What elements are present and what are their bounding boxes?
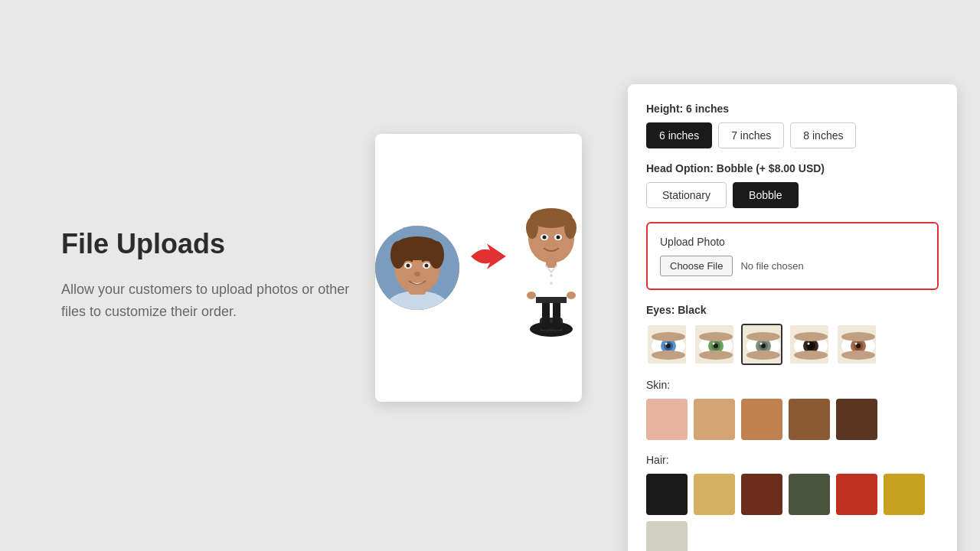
svg-point-73 bbox=[855, 343, 858, 345]
height-8-button[interactable]: 8 inches bbox=[790, 122, 856, 148]
skin-swatch-1[interactable] bbox=[646, 399, 688, 440]
product-card bbox=[375, 134, 582, 402]
skin-swatch-4[interactable] bbox=[789, 399, 830, 440]
svg-point-18 bbox=[550, 322, 564, 330]
svg-point-34 bbox=[550, 274, 553, 277]
no-file-text: No file chosen bbox=[740, 260, 803, 272]
height-button-group: 6 inches 7 inches 8 inches bbox=[646, 122, 939, 148]
hair-swatch-red[interactable] bbox=[836, 474, 877, 515]
skin-swatches bbox=[646, 399, 939, 440]
svg-rect-7 bbox=[394, 245, 440, 260]
eye-swatch-green[interactable] bbox=[694, 324, 735, 365]
page-description: Allow your customers to upload photos or… bbox=[61, 279, 368, 323]
height-6-button[interactable]: 6 inches bbox=[646, 122, 712, 148]
hair-swatch-blonde[interactable] bbox=[694, 474, 735, 515]
bobble-button[interactable]: Bobble bbox=[733, 182, 799, 208]
svg-point-65 bbox=[808, 343, 810, 345]
svg-point-12 bbox=[414, 272, 420, 276]
height-option-row: Height: 6 inches 6 inches 7 inches 8 inc… bbox=[646, 103, 939, 148]
file-input-row: Choose File No file chosen bbox=[660, 256, 925, 276]
height-label: Height: 6 inches bbox=[646, 103, 939, 115]
svg-point-35 bbox=[550, 282, 553, 285]
eye-swatch-blue[interactable] bbox=[646, 324, 688, 365]
skin-swatch-3[interactable] bbox=[741, 399, 782, 440]
svg-point-50 bbox=[699, 332, 733, 341]
svg-point-58 bbox=[746, 332, 780, 341]
hair-swatch-grey[interactable] bbox=[646, 521, 688, 551]
eye-swatch-greygreen[interactable] bbox=[741, 324, 782, 365]
svg-point-29 bbox=[564, 217, 577, 239]
product-images bbox=[375, 184, 582, 352]
hair-label: Hair: bbox=[646, 454, 939, 466]
hair-swatch-auburn[interactable] bbox=[741, 474, 782, 515]
hair-option-row: Hair: bbox=[646, 454, 939, 551]
svg-point-41 bbox=[665, 343, 668, 345]
arrow-icon bbox=[467, 237, 513, 276]
head-button-group: Stationary Bobble bbox=[646, 182, 939, 208]
svg-point-23 bbox=[527, 292, 536, 299]
upload-photo-row: Upload Photo Choose File No file chosen bbox=[646, 222, 939, 290]
choose-file-button[interactable]: Choose File bbox=[660, 256, 733, 276]
svg-rect-22 bbox=[567, 266, 576, 293]
page-heading: File Uploads bbox=[61, 228, 368, 260]
svg-rect-21 bbox=[527, 266, 536, 293]
svg-point-32 bbox=[543, 236, 547, 240]
skin-label: Skin: bbox=[646, 379, 939, 391]
svg-point-10 bbox=[407, 264, 410, 268]
arrow-area bbox=[467, 237, 513, 298]
svg-point-66 bbox=[794, 332, 828, 341]
head-label: Head Option: Bobble (+ $8.00 USD) bbox=[646, 162, 939, 174]
hair-swatch-golden[interactable] bbox=[884, 474, 925, 515]
hair-swatch-black[interactable] bbox=[646, 474, 688, 515]
svg-point-11 bbox=[425, 264, 429, 268]
svg-point-49 bbox=[713, 343, 715, 345]
svg-point-59 bbox=[746, 350, 780, 360]
svg-point-28 bbox=[526, 217, 538, 239]
svg-point-43 bbox=[652, 350, 685, 360]
upload-label: Upload Photo bbox=[660, 236, 925, 248]
skin-swatch-2[interactable] bbox=[694, 399, 735, 440]
eyes-label: Eyes: Black bbox=[646, 304, 939, 316]
height-7-button[interactable]: 7 inches bbox=[718, 122, 784, 148]
stationary-button[interactable]: Stationary bbox=[646, 182, 727, 208]
hair-swatches bbox=[646, 474, 939, 551]
svg-point-42 bbox=[652, 332, 685, 341]
head-option-row: Head Option: Bobble (+ $8.00 USD) Statio… bbox=[646, 162, 939, 208]
bobblehead-figure bbox=[521, 199, 582, 337]
skin-option-row: Skin: bbox=[646, 379, 939, 440]
eyes-swatches bbox=[646, 324, 939, 365]
svg-point-24 bbox=[567, 292, 576, 299]
svg-point-51 bbox=[699, 350, 733, 360]
eye-swatch-black[interactable] bbox=[789, 324, 830, 365]
svg-point-74 bbox=[841, 332, 875, 341]
svg-rect-20 bbox=[536, 297, 567, 303]
upload-box: Upload Photo Choose File No file chosen bbox=[646, 222, 939, 290]
skin-swatch-5[interactable] bbox=[836, 399, 877, 440]
svg-point-57 bbox=[760, 343, 763, 345]
svg-point-67 bbox=[794, 350, 828, 360]
eye-swatch-brown[interactable] bbox=[836, 324, 877, 365]
hair-swatch-darkgreen[interactable] bbox=[789, 474, 830, 515]
left-section: File Uploads Allow your customers to upl… bbox=[61, 228, 368, 323]
man-face-circle bbox=[375, 226, 459, 310]
svg-point-75 bbox=[841, 350, 875, 360]
svg-point-33 bbox=[557, 236, 560, 240]
options-panel: Height: 6 inches 6 inches 7 inches 8 inc… bbox=[628, 84, 957, 551]
eyes-option-row: Eyes: Black bbox=[646, 304, 939, 365]
